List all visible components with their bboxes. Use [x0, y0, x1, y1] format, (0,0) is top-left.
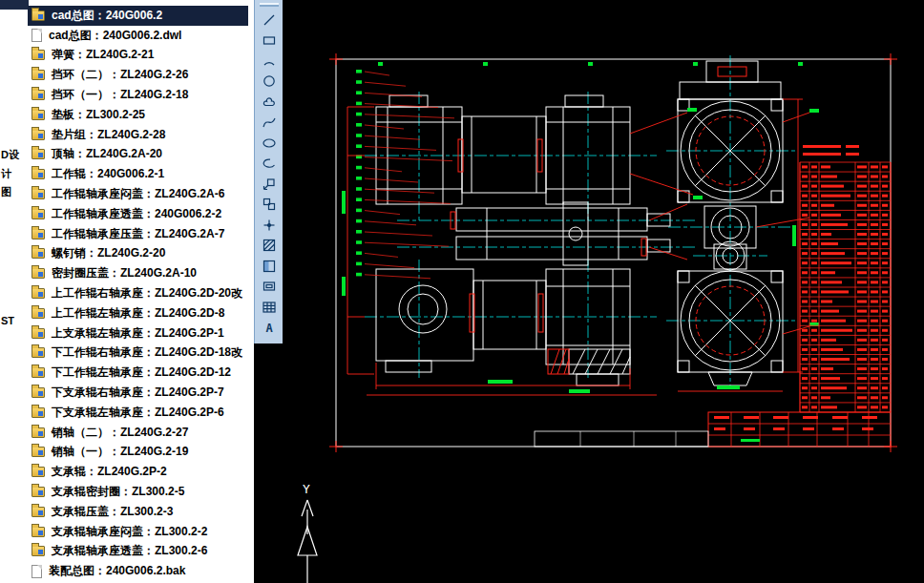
file-item-label: 装配总图：240G006.2.bak — [49, 563, 185, 579]
file-item[interactable]: 销轴（二）：ZL240G.2-27 — [0, 423, 254, 443]
docked-tab-fragment: ST — [1, 315, 14, 326]
tool-multiline-text-button[interactable]: A — [257, 318, 282, 339]
file-item-label: 上工作辊左轴承座：ZL240G.2D-8 — [52, 305, 224, 322]
toolbar-grip-handle[interactable] — [260, 3, 279, 7]
dwg-drawing-icon — [32, 209, 45, 219]
file-item-label: 顶轴：ZL240G.2A-20 — [52, 146, 162, 162]
tool-make-block-button[interactable] — [257, 195, 282, 216]
dwg-drawing-icon — [32, 546, 45, 556]
file-item-label: 销轴（二）：ZL240G.2-27 — [52, 425, 188, 441]
tool-point-button[interactable] — [257, 215, 282, 236]
ucs-axis-label: Y — [303, 482, 310, 496]
draw-toolbar-column: A — [254, 0, 283, 583]
rectangle-icon — [262, 32, 277, 48]
file-item[interactable]: 挡环（一）：ZL240G.2-18 — [0, 85, 254, 105]
tool-revision-cloud-button[interactable] — [257, 92, 282, 113]
file-item[interactable]: 上工作辊右轴承座：ZL240G.2D-20改 — [0, 283, 254, 303]
dwg-drawing-icon — [32, 527, 45, 537]
file-item[interactable]: 上支承辊左轴承座：ZL240G.2P-1 — [0, 323, 254, 344]
file-item-label: 支承辊密封圈：ZL300.2-5 — [52, 484, 184, 500]
tool-gradient-button[interactable] — [257, 256, 282, 277]
file-item-label: 工作辊轴承座透盖：240G006.2-2 — [52, 206, 221, 222]
dwg-drawing-icon — [32, 268, 45, 279]
file-item[interactable]: 工作辊轴承座透盖：240G006.2-2 — [0, 204, 254, 224]
dwg-drawing-icon — [32, 387, 45, 398]
file-item[interactable]: 下支承辊右轴承座：ZL240G.2P-7 — [0, 383, 254, 403]
table-icon — [262, 300, 277, 315]
file-item-label: cad总图：240G006.2 — [52, 8, 162, 24]
dwg-drawing-icon — [32, 288, 45, 299]
file-item[interactable]: 销轴（一）：ZL240G.2-19 — [0, 443, 254, 463]
file-icon — [32, 565, 42, 578]
file-item[interactable]: 工作辊：240G006.2-1 — [0, 164, 254, 184]
dwg-drawing-icon — [32, 70, 45, 80]
tool-insert-block-button[interactable] — [257, 174, 282, 195]
file-item-label: 销轴（一）：ZL240G.2-19 — [52, 444, 188, 460]
multiline-text-icon: A — [262, 320, 277, 335]
dwg-drawing-icon — [32, 507, 45, 517]
file-item[interactable]: 下支承辊左轴承座：ZL240G.2P-6 — [0, 403, 254, 423]
file-item-label: 下工作辊左轴承座：ZL240G.2D-12 — [52, 364, 231, 381]
file-item-label: 垫板：ZL300.2-25 — [52, 107, 145, 123]
file-item[interactable]: 垫片组：ZL240G.2-28 — [0, 125, 254, 145]
file-item-label: 支承辊：ZL240G.2P-2 — [52, 464, 167, 480]
file-item[interactable]: 支承辊轴承座透盖：ZL300.2-6 — [0, 542, 254, 562]
file-icon — [32, 29, 42, 42]
docked-tab-fragment: 图 — [1, 185, 11, 199]
tool-arc-button[interactable] — [257, 51, 282, 72]
file-item[interactable]: cad总图：240G006.2.dwl — [0, 26, 254, 46]
file-item-label: 工作辊轴承座闷盖：ZL240G.2A-6 — [52, 186, 224, 202]
file-item-label: 工作辊：240G006.2-1 — [52, 166, 164, 182]
dwg-drawing-icon — [32, 50, 45, 60]
ellipse-arc-icon — [262, 156, 277, 171]
file-item[interactable]: 装配总图：240G006.2.bak — [0, 561, 254, 581]
dwg-drawing-icon — [32, 347, 45, 358]
dwg-drawing-icon — [32, 467, 45, 477]
file-item[interactable]: 密封圈压盖：ZL240G.2A-10 — [0, 263, 254, 283]
file-item[interactable]: cad总图：240G006.2 — [28, 6, 248, 26]
file-item-label: 下支承辊左轴承座：ZL240G.2P-6 — [52, 405, 224, 421]
file-item[interactable]: 工作辊轴承座压盖：ZL240G.2A-7 — [0, 224, 254, 244]
file-item-label: 垫片组：ZL240G.2-28 — [52, 127, 165, 143]
docked-tab-fragment: 计 — [1, 167, 11, 181]
dwg-drawing-icon — [32, 308, 45, 319]
file-item[interactable]: 支承辊轴承座闷盖：ZL300.2-2 — [0, 522, 254, 542]
file-item[interactable]: 垫板：ZL300.2-25 — [0, 105, 254, 125]
tool-ellipse-button[interactable] — [257, 133, 282, 154]
region-icon — [262, 279, 277, 294]
tool-ellipse-arc-button[interactable] — [257, 154, 282, 175]
dwg-drawing-icon — [32, 90, 45, 100]
file-item-label: 上工作辊右轴承座：ZL240G.2D-20改 — [52, 285, 242, 302]
file-item-label: 挡环（一）：ZL240G.2-18 — [52, 87, 188, 103]
file-item-label: 支承辊轴承座透盖：ZL300.2-6 — [52, 543, 207, 559]
file-item[interactable]: 顶轴：ZL240G.2A-20 — [0, 145, 254, 165]
tool-table-button[interactable] — [257, 297, 282, 318]
tool-spline-button[interactable] — [257, 113, 282, 134]
ellipse-icon — [262, 135, 277, 151]
file-item[interactable]: 支承辊压盖：ZL300.2-3 — [0, 502, 254, 522]
tool-rectangle-button[interactable] — [257, 31, 282, 52]
file-item[interactable]: 下工作辊右轴承座：ZL240G.2D-18改 — [0, 344, 254, 364]
file-item-label: 支承辊压盖：ZL300.2-3 — [52, 504, 173, 520]
file-item[interactable]: 螺钉销：ZL240G.2-20 — [0, 244, 254, 264]
dwg-drawing-icon — [32, 427, 45, 438]
dwg-drawing-icon — [32, 149, 45, 159]
file-item[interactable]: 上工作辊左轴承座：ZL240G.2D-8 — [0, 303, 254, 323]
file-item[interactable]: 下工作辊左轴承座：ZL240G.2D-12 — [0, 363, 254, 383]
dwg-drawing-icon — [32, 130, 45, 140]
tool-circle-button[interactable] — [257, 72, 282, 93]
file-item[interactable]: 工作辊轴承座闷盖：ZL240G.2A-6 — [0, 184, 254, 204]
file-item[interactable]: 支承辊：ZL240G.2P-2 — [0, 462, 254, 482]
draw-toolbar: A — [254, 0, 283, 344]
drawing-canvas[interactable]: Y — [283, 0, 924, 583]
tool-hatch-button[interactable] — [257, 236, 282, 257]
file-item[interactable]: 弹簧：ZL240G.2-21 — [0, 46, 254, 66]
file-item-label: 挡环（二）：ZL240G.2-26 — [52, 67, 188, 83]
file-item[interactable]: 支承辊密封圈：ZL300.2-5 — [0, 482, 254, 502]
dwg-drawing-icon — [32, 229, 45, 239]
point-icon — [262, 218, 277, 233]
tool-region-button[interactable] — [257, 277, 282, 298]
tool-line-button[interactable] — [257, 10, 282, 31]
dwg-drawing-icon — [32, 367, 45, 378]
file-item[interactable]: 挡环（二）：ZL240G.2-26 — [0, 65, 254, 85]
